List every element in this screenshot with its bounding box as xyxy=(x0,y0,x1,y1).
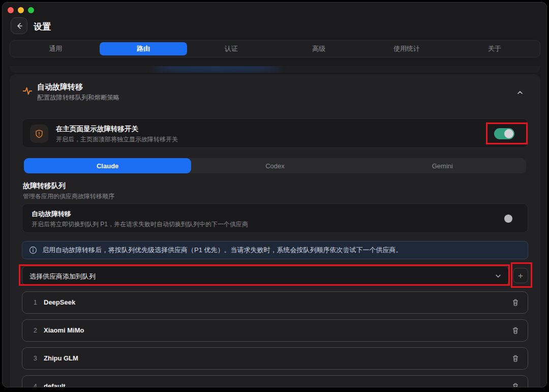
queue-title: 故障转移队列 xyxy=(23,182,66,191)
home-switch-title: 在主页面显示故障转移开关 xyxy=(56,125,138,134)
settings-tabbar: 通用 路由 认证 高级 使用统计 关于 xyxy=(10,40,540,57)
back-button[interactable] xyxy=(11,17,27,34)
queue-subtitle: 管理各应用的供应商故障转移顺序 xyxy=(23,192,114,201)
remnant-glow xyxy=(153,66,280,72)
queue-item-name: default xyxy=(44,382,66,387)
home-switch-toggle[interactable] xyxy=(494,128,514,139)
tab-general[interactable]: 通用 xyxy=(12,42,100,55)
trash-icon[interactable] xyxy=(511,382,520,387)
info-circle-icon xyxy=(29,246,37,254)
trash-icon[interactable] xyxy=(511,354,520,363)
close-window-button[interactable] xyxy=(8,7,14,13)
add-provider-button[interactable]: + xyxy=(513,268,528,283)
tab-routing[interactable]: 路由 xyxy=(100,42,188,55)
provider-select[interactable]: 选择供应商添加到队列 xyxy=(22,266,509,285)
queue-item-name: Zhipu GLM xyxy=(44,354,78,362)
tab-usage-stats[interactable]: 使用统计 xyxy=(363,42,451,55)
traffic-lights xyxy=(8,7,34,13)
queue-item-name: Xiaomi MiMo xyxy=(44,326,84,334)
pulse-icon xyxy=(22,85,33,97)
arrow-left-icon xyxy=(15,22,23,30)
chevron-down-icon xyxy=(495,273,502,280)
queue-item-xiaomi-mimo[interactable]: 2 Xiaomi MiMo xyxy=(22,319,528,342)
queue-item-index: 4 xyxy=(34,383,37,387)
queue-item-index: 1 xyxy=(34,299,37,306)
queue-item-default[interactable]: 4 default xyxy=(22,375,528,387)
tab-about[interactable]: 关于 xyxy=(450,42,538,55)
auto-failover-toggle[interactable] xyxy=(504,215,512,223)
info-banner-text: 启用自动故障转移后，将按队列优先级选择供应商（P1 优先）。当请求失败时，系统会… xyxy=(42,246,403,255)
tab-auth[interactable]: 认证 xyxy=(187,42,275,55)
auto-failover-subtitle: 开启后将立即切换到队列 P1，并在请求失败时自动切换到队列中的下一个供应商 xyxy=(32,220,248,229)
trash-icon[interactable] xyxy=(511,326,520,335)
queue-item-deepseek[interactable]: 1 DeepSeek xyxy=(22,291,528,314)
minimize-window-button[interactable] xyxy=(18,7,24,13)
segment-codex[interactable]: Codex xyxy=(191,158,358,173)
shield-alert-icon xyxy=(30,125,48,143)
segment-gemini[interactable]: Gemini xyxy=(359,158,526,173)
info-banner: 启用自动故障转移后，将按队列优先级选择供应商（P1 优先）。当请求失败时，系统会… xyxy=(22,241,528,259)
auto-failover-title: 自动故障转移 xyxy=(32,209,71,219)
failover-section: 自动故障转移 配置故障转移队列和熔断策略 在主页面显示故障转移开关 开启后，主页… xyxy=(10,74,540,387)
segment-claude[interactable]: Claude xyxy=(24,158,191,173)
provider-select-label: 选择供应商添加到队列 xyxy=(29,272,96,281)
trash-icon[interactable] xyxy=(511,298,520,307)
collapse-section-button[interactable] xyxy=(514,86,526,99)
home-switch-subtitle: 开启后，主页面顶部将独立显示故障转移开关 xyxy=(56,135,178,144)
failover-section-header[interactable]: 自动故障转移 配置故障转移队列和熔断策略 xyxy=(10,74,540,110)
queue-item-zhipu-glm[interactable]: 3 Zhipu GLM xyxy=(22,347,528,370)
scrolled-card-remnant xyxy=(10,66,540,73)
add-provider-row: 选择供应商添加到队列 + xyxy=(22,266,528,285)
queue-item-index: 3 xyxy=(34,355,37,362)
failover-section-subtitle: 配置故障转移队列和熔断策略 xyxy=(37,94,120,102)
page-title: 设置 xyxy=(34,21,51,33)
plus-icon: + xyxy=(518,272,523,280)
settings-window: 设置 通用 路由 认证 高级 使用统计 关于 自动故障转移 配置故障转移队列和熔… xyxy=(2,2,547,387)
failover-section-title: 自动故障转移 xyxy=(37,82,83,92)
tab-advanced[interactable]: 高级 xyxy=(275,42,363,55)
queue-item-index: 2 xyxy=(34,327,37,334)
auto-failover-card: 自动故障转移 开启后将立即切换到队列 P1，并在请求失败时自动切换到队列中的下一… xyxy=(22,203,528,233)
app-segmented-control: Claude Codex Gemini xyxy=(24,158,526,173)
queue-item-name: DeepSeek xyxy=(44,298,75,306)
toggle-knob xyxy=(504,129,513,138)
zoom-window-button[interactable] xyxy=(28,7,34,13)
home-switch-card: 在主页面显示故障转移开关 开启后，主页面顶部将独立显示故障转移开关 xyxy=(22,118,528,148)
chevron-up-icon xyxy=(516,89,524,96)
